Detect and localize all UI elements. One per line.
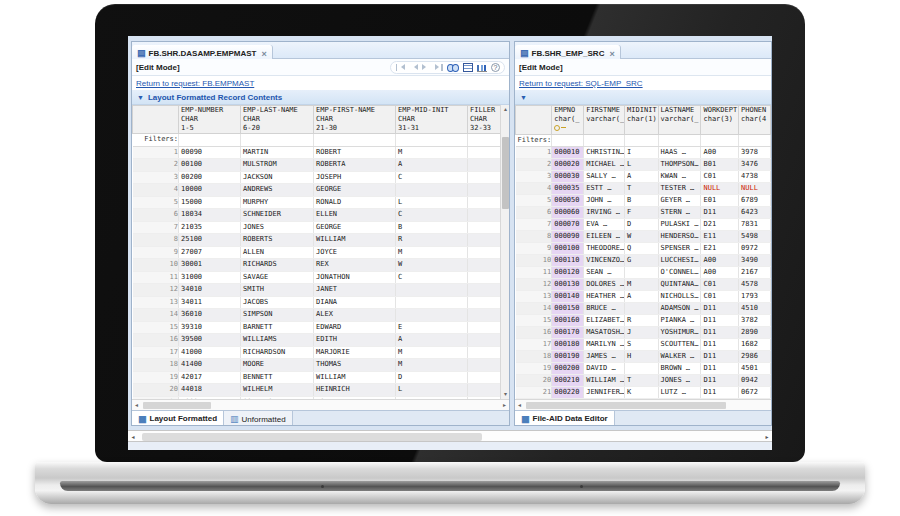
cell[interactable]: W [625, 231, 658, 243]
cell[interactable]: 000110 [552, 255, 584, 267]
cell[interactable]: 3476 [739, 159, 771, 171]
row-number[interactable]: 11 [133, 271, 179, 284]
cell[interactable]: 3490 [739, 255, 771, 267]
cell[interactable]: SMITH [241, 284, 314, 297]
cell[interactable]: C01 [701, 279, 739, 291]
row-number[interactable]: 7 [516, 219, 552, 231]
cell[interactable]: C [396, 209, 468, 222]
cell[interactable]: EDWARD [314, 321, 396, 334]
cell[interactable]: M [396, 359, 468, 372]
cell[interactable]: T [625, 183, 658, 195]
cell[interactable]: 000100 [552, 243, 584, 255]
cell[interactable]: T [625, 375, 658, 387]
cell[interactable]: S [625, 339, 658, 351]
row-number[interactable]: 19 [516, 363, 552, 375]
cell[interactable]: SAVAGE [241, 271, 314, 284]
cell[interactable]: JENNIFER… [584, 387, 625, 399]
row-number[interactable]: 20 [133, 384, 179, 397]
export-icon[interactable] [477, 63, 487, 72]
left-section-header[interactable]: ▼ Layout Formatted Record Contents [132, 90, 509, 105]
cell[interactable]: C01 [701, 291, 739, 303]
cell[interactable]: REX [314, 259, 396, 272]
scrollbar-thumb[interactable] [142, 433, 482, 441]
cell[interactable]: 6789 [739, 195, 771, 207]
cell[interactable]: JONES … [658, 375, 701, 387]
cell[interactable]: W [396, 259, 468, 272]
row-number[interactable]: 8 [516, 231, 552, 243]
row-number[interactable]: 17 [133, 346, 179, 359]
cell[interactable]: JOSEPH [314, 171, 396, 184]
cell[interactable]: 42017 [179, 371, 241, 384]
cell[interactable]: 0942 [739, 375, 771, 387]
cell[interactable]: D [396, 371, 468, 384]
cell[interactable]: SPENSER … [658, 243, 701, 255]
cell[interactable]: 4510 [739, 303, 771, 315]
cell[interactable]: JOYCE [314, 246, 396, 259]
row-number[interactable]: 10 [516, 255, 552, 267]
cell[interactable] [625, 363, 658, 375]
cell[interactable]: 3978 [739, 147, 771, 159]
cell[interactable]: 000170 [552, 327, 584, 339]
row-number[interactable]: 2 [133, 159, 179, 172]
row-number[interactable]: 6 [516, 207, 552, 219]
cell[interactable]: C [396, 271, 468, 284]
cell[interactable]: MOORE [241, 359, 314, 372]
cell[interactable]: 31000 [179, 271, 241, 284]
cell[interactable]: D11 [701, 315, 739, 327]
cell[interactable]: CHRISTIN… [584, 147, 625, 159]
cell[interactable]: SIMPSON [241, 309, 314, 322]
cell[interactable]: R [625, 315, 658, 327]
cell[interactable]: ROBERTA [314, 159, 396, 172]
cell[interactable]: E21 [701, 243, 739, 255]
next-record-icon[interactable] [421, 63, 430, 72]
return-to-request-link[interactable]: Return to request: FB.EMPMAST [136, 79, 254, 88]
cell[interactable]: WALKER … [658, 351, 701, 363]
bottom-tab-unformatted[interactable]: ▥Unformatted [224, 411, 293, 426]
cell[interactable]: THOMPSON… [658, 159, 701, 171]
cell[interactable]: QUINTANA… [658, 279, 701, 291]
cell[interactable]: ALEX [314, 309, 396, 322]
cell[interactable] [625, 267, 658, 279]
previous-record-icon[interactable] [408, 63, 417, 72]
cell[interactable]: 39310 [179, 321, 241, 334]
row-number[interactable]: 14 [133, 309, 179, 322]
row-number[interactable]: 2 [516, 159, 552, 171]
column-header[interactable]: LASTNAMEvarchar(_ [658, 106, 701, 135]
cell[interactable]: STERN … [658, 207, 701, 219]
cell[interactable]: WILHELM [241, 384, 314, 397]
row-number[interactable]: 14 [516, 303, 552, 315]
cell[interactable]: IRVING … [584, 207, 625, 219]
cell[interactable]: G [625, 255, 658, 267]
cell[interactable]: KWAN … [658, 171, 701, 183]
cell[interactable]: 18034 [179, 209, 241, 222]
cell[interactable]: 36010 [179, 309, 241, 322]
column-header[interactable]: EMP-LAST-NAMECHAR6-20 [241, 106, 314, 134]
cell[interactable]: HEINRICH [314, 384, 396, 397]
cell[interactable]: MICHAEL … [584, 159, 625, 171]
row-number[interactable]: 12 [516, 279, 552, 291]
cell[interactable]: 7831 [739, 219, 771, 231]
cell[interactable]: BROWN … [658, 363, 701, 375]
cell[interactable]: BRUCE … [584, 303, 625, 315]
column-header[interactable]: MIDINITchar(1) [625, 106, 658, 135]
filter-cell[interactable] [552, 135, 584, 147]
cell[interactable]: 2167 [739, 267, 771, 279]
cell[interactable]: DOLORES … [584, 279, 625, 291]
cell[interactable]: NICHOLLS… [658, 291, 701, 303]
cell[interactable]: JOHN … [584, 195, 625, 207]
cell[interactable]: D11 [701, 375, 739, 387]
cell[interactable]: ANDREWS [241, 184, 314, 197]
return-to-request-link[interactable]: Return to request: SQL-EMP_SRC [519, 79, 643, 88]
cell[interactable]: O'CONNEL… [658, 267, 701, 279]
row-number[interactable]: 15 [133, 321, 179, 334]
scrollbar-thumb[interactable] [502, 137, 509, 209]
cell[interactable]: BENNETT [241, 371, 314, 384]
close-icon[interactable]: × [259, 49, 266, 59]
cell[interactable]: GEORGE [314, 184, 396, 197]
cell[interactable]: D11 [701, 339, 739, 351]
cell[interactable]: D11 [701, 207, 739, 219]
cell[interactable]: F [625, 207, 658, 219]
cell[interactable]: GEORGE [314, 221, 396, 234]
row-number[interactable]: 5 [133, 196, 179, 209]
cell[interactable] [396, 309, 468, 322]
